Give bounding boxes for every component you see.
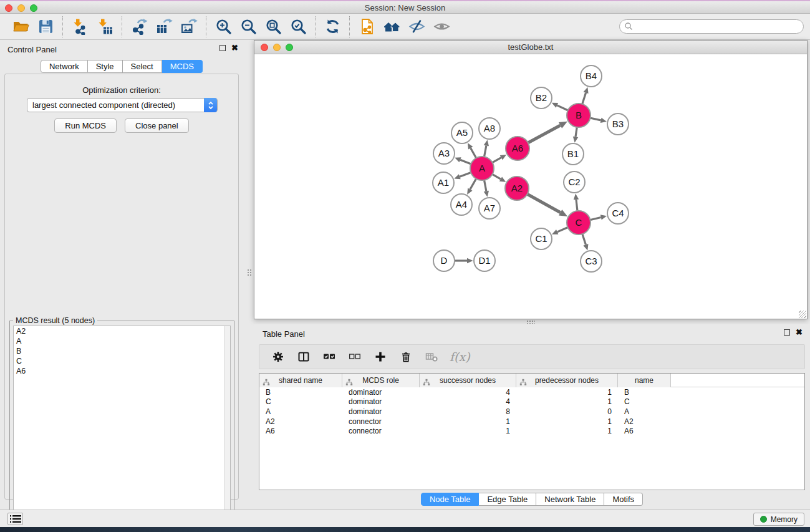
tab-network[interactable]: Network (41, 60, 88, 73)
save-session-button[interactable] (35, 16, 56, 37)
optimization-criterion-select[interactable]: largest connected component (directed) (27, 98, 218, 112)
graph-edge-B-B3[interactable] (591, 118, 601, 120)
graph-node-C3[interactable]: C3 (581, 251, 602, 272)
delete-table-button[interactable] (424, 349, 439, 364)
graph-edge-C-C1[interactable] (557, 228, 567, 232)
graph-edge-A6-B[interactable] (528, 125, 560, 143)
graph-node-D[interactable]: D (433, 250, 455, 271)
tab-mcds[interactable]: MCDS (162, 60, 203, 73)
graph-node-B2[interactable]: B2 (531, 87, 552, 109)
graph-node-A3[interactable]: A3 (433, 143, 455, 164)
home-button[interactable] (381, 16, 402, 37)
graph-node-A4[interactable]: A4 (451, 194, 472, 215)
import-network-button[interactable] (69, 16, 90, 37)
result-item[interactable]: C (14, 356, 230, 366)
run-mcds-button[interactable]: Run MCDS (54, 118, 117, 133)
graph-edge-A-A8[interactable] (485, 146, 486, 157)
columns-button[interactable] (296, 349, 311, 364)
tab-network-table[interactable]: Network Table (536, 493, 604, 506)
horizontal-splitter-handle[interactable] (526, 320, 535, 324)
show-graphics-details-button[interactable] (431, 16, 452, 37)
graph-node-B4[interactable]: B4 (581, 65, 602, 87)
export-table-button[interactable] (153, 16, 175, 37)
graph-edge-B-B2[interactable] (557, 105, 567, 110)
column-header-predecessor-nodes[interactable]: predecessor nodes (516, 374, 618, 387)
graph-edge-A-A3[interactable] (460, 160, 471, 164)
graph-edge-A-A4[interactable] (470, 179, 476, 190)
result-scrollbar[interactable] (224, 326, 230, 526)
column-header-shared-name[interactable]: shared name (259, 374, 342, 387)
tab-node-table[interactable]: Node Table (421, 493, 480, 506)
graph-node-A1[interactable]: A1 (433, 172, 454, 193)
graph-edge-A-A5[interactable] (471, 148, 476, 158)
graph-node-A2[interactable]: A2 (505, 177, 529, 200)
graph-node-B3[interactable]: B3 (607, 114, 629, 135)
table-row[interactable]: A6connector11A6 (259, 426, 804, 436)
zoom-out-button[interactable] (238, 16, 259, 37)
search-input[interactable] (619, 19, 804, 34)
mcds-result-list[interactable]: A2ABCA6 (13, 326, 231, 527)
hide-graphics-details-button[interactable] (406, 16, 427, 37)
table-close-panel-icon[interactable]: ✖ (796, 329, 803, 336)
graph-node-A7[interactable]: A7 (479, 198, 500, 219)
export-image-button[interactable] (178, 16, 200, 37)
result-item[interactable]: B (14, 346, 230, 356)
graph-node-A[interactable]: A (470, 157, 494, 180)
add-row-button[interactable] (373, 349, 388, 364)
graph-edge-C-C2[interactable] (576, 200, 577, 211)
network-canvas[interactable]: B4B2BB3A5A8A6A3B1AA1C2A2A4A7C4CC1C3DD1 (254, 54, 807, 319)
table-row[interactable]: Bdominator41B (259, 387, 804, 397)
column-header-successor-nodes[interactable]: successor nodes (420, 374, 516, 387)
memory-button[interactable]: Memory (753, 513, 804, 526)
graph-node-A5[interactable]: A5 (451, 122, 473, 143)
result-item[interactable]: A6 (14, 366, 230, 376)
graph-edge-A-A7[interactable] (485, 180, 486, 191)
tab-select[interactable]: Select (123, 60, 162, 73)
network-from-file-button[interactable] (356, 16, 377, 37)
table-row[interactable]: Cdominator41C (259, 397, 804, 407)
graph-node-C2[interactable]: C2 (564, 172, 585, 193)
graph-edge-B-B4[interactable] (582, 93, 586, 104)
settings-button[interactable] (271, 349, 286, 364)
graph-edge-A-A6[interactable] (493, 158, 501, 163)
graph-edge-A-A1[interactable] (460, 173, 470, 177)
result-item[interactable]: A2 (14, 326, 230, 336)
graph-edge-A2-C[interactable] (528, 194, 561, 212)
zoom-in-button[interactable] (213, 16, 234, 37)
import-table-button[interactable] (94, 16, 115, 37)
tab-style[interactable]: Style (88, 60, 123, 73)
tab-edge-table[interactable]: Edge Table (479, 493, 536, 506)
graph-node-C[interactable]: C (567, 211, 591, 235)
column-header-name[interactable]: name (618, 374, 671, 387)
zoom-selected-button[interactable] (287, 16, 309, 37)
close-panel-icon[interactable]: ✖ (231, 45, 238, 51)
refresh-button[interactable] (322, 16, 343, 37)
tab-motifs[interactable]: Motifs (604, 493, 643, 506)
graph-edge-C-C4[interactable] (591, 217, 601, 220)
delete-row-button[interactable] (398, 349, 413, 364)
open-session-button[interactable] (10, 16, 31, 37)
graph-edge-A-A2[interactable] (493, 175, 501, 179)
graph-edge-B-B1[interactable] (576, 127, 577, 137)
task-history-button[interactable] (7, 513, 23, 525)
export-network-button[interactable] (128, 16, 150, 37)
select-rows-button[interactable] (322, 349, 337, 364)
graph-node-B1[interactable]: B1 (562, 143, 584, 165)
function-builder-button[interactable]: f(x) (450, 350, 470, 364)
graph-node-B[interactable]: B (567, 104, 591, 127)
result-item[interactable]: A (14, 336, 230, 346)
resize-grip[interactable] (799, 311, 806, 318)
table-row[interactable]: Adominator80A (259, 407, 804, 417)
table-row[interactable]: A2connector11A2 (259, 417, 804, 427)
graph-node-A6[interactable]: A6 (506, 137, 529, 160)
column-header-MCDS-role[interactable]: MCDS role (342, 374, 420, 387)
close-panel-button[interactable]: Close panel (125, 118, 189, 133)
graph-node-C1[interactable]: C1 (531, 228, 552, 249)
vertical-splitter-handle[interactable] (247, 269, 252, 276)
graph-node-A8[interactable]: A8 (479, 118, 500, 139)
deselect-rows-button[interactable] (347, 349, 362, 364)
table-float-panel-icon[interactable] (784, 329, 790, 336)
graph-node-C4[interactable]: C4 (607, 203, 629, 224)
zoom-fit-button[interactable] (263, 16, 284, 37)
graph-edge-C-C3[interactable] (582, 235, 586, 245)
